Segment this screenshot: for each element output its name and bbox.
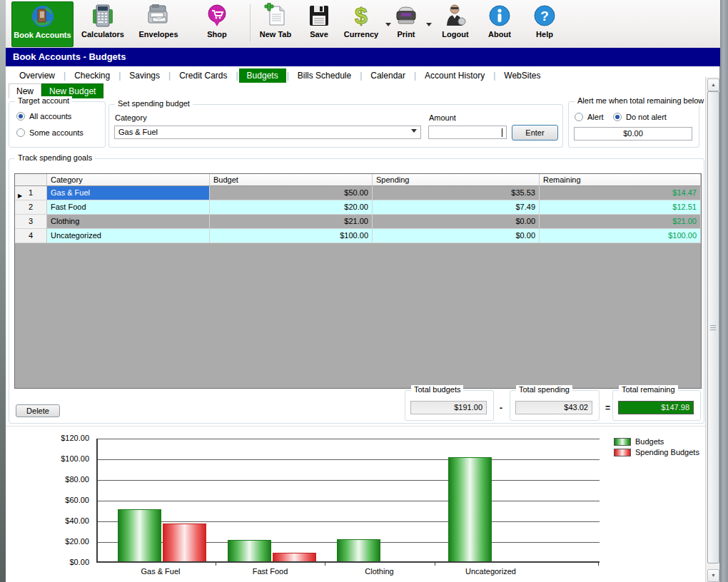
radio-label: Alert: [587, 113, 604, 121]
legend-label: Budgets: [635, 437, 664, 446]
target-account-group: Target account All accountsSome accounts: [9, 101, 106, 148]
logout-icon: [443, 3, 468, 29]
row-header-1[interactable]: 1▶: [15, 186, 47, 200]
vertical-scrollbar[interactable]: ▲ ▼: [705, 77, 719, 582]
toolbar-save-button[interactable]: Save: [300, 1, 338, 46]
cell-budget-gas-fuel[interactable]: $50.00: [210, 186, 373, 200]
tab-checking[interactable]: Checking: [66, 68, 118, 83]
radio-all-accounts[interactable]: All accounts: [16, 112, 71, 121]
legend-entry-budgets: Budgets: [614, 437, 664, 446]
toolbar-print-button[interactable]: Print: [388, 1, 424, 46]
radio-button-icon[interactable]: [575, 113, 583, 121]
budget-grid: CategoryBudgetSpendingRemaining1▶Gas & F…: [14, 173, 702, 389]
main-toolbar: Book AccountsCalculatorsEnvelopesShopNew…: [6, 0, 720, 48]
toolbar-new-tab-button[interactable]: New Tab: [253, 1, 298, 46]
toolbar-about-button[interactable]: About: [479, 1, 520, 46]
gridline: [98, 521, 600, 522]
y-axis-tick-label: $120.00: [39, 434, 89, 442]
toolbar-envelopes-label: Envelopes: [129, 30, 188, 39]
toolbar-help-button[interactable]: ?Help: [525, 1, 565, 46]
cell-category-gas-fuel[interactable]: Gas & Fuel: [47, 186, 210, 200]
about-icon: [487, 3, 512, 29]
cell-spending-clothing[interactable]: $0.00: [373, 215, 540, 229]
alert-threshold-field[interactable]: $0.00: [574, 127, 692, 141]
delete-button[interactable]: Delete: [16, 404, 60, 417]
radio-button-icon[interactable]: [613, 113, 622, 121]
cell-category-clothing[interactable]: Clothing: [47, 215, 210, 229]
tab-calendar[interactable]: Calendar: [363, 68, 413, 83]
column-header-budget[interactable]: Budget: [210, 174, 373, 186]
toolbar-book-accounts-button[interactable]: Book Accounts: [11, 1, 74, 47]
cell-budget-clothing[interactable]: $21.00: [210, 215, 373, 229]
row-header-2[interactable]: 2: [15, 200, 47, 215]
radio-alert[interactable]: Alert: [575, 113, 604, 121]
total-budgets-label: Total budgets: [411, 385, 463, 394]
amount-input[interactable]: [428, 126, 507, 139]
alert-group: Alert me when total remaining below Aler…: [568, 101, 699, 148]
cell-budget-uncategorized[interactable]: $100.00: [210, 229, 373, 243]
toolbar-envelopes-button[interactable]: Envelopes: [129, 1, 188, 46]
category-combobox[interactable]: Gas & Fuel: [114, 126, 421, 139]
radio-some-accounts[interactable]: Some accounts: [16, 128, 84, 137]
enter-button[interactable]: Enter: [512, 125, 558, 141]
cell-category-fast-food[interactable]: Fast Food: [47, 200, 210, 215]
legend-swatch-icon: [614, 438, 631, 446]
toolbar-logout-button[interactable]: Logout: [435, 1, 476, 46]
toolbar-calculators-button[interactable]: Calculators: [75, 1, 131, 46]
scroll-up-arrow-icon[interactable]: ▲: [707, 78, 719, 91]
cell-remaining-gas-fuel[interactable]: $14.47: [540, 186, 701, 200]
toolbar-print-label: Print: [388, 30, 424, 39]
tab-bills-schedule[interactable]: Bills Schedule: [290, 68, 359, 83]
book-accounts-icon: [30, 4, 56, 29]
x-axis-label-gas-fuel: Gas & Fuel: [107, 567, 214, 576]
column-header-remaining[interactable]: Remaining: [540, 174, 701, 186]
cell-spending-fast-food[interactable]: $7.49: [373, 200, 540, 215]
tab-overview[interactable]: Overview: [11, 68, 63, 83]
cell-spending-uncategorized[interactable]: $0.00: [373, 229, 540, 243]
toolbar-about-label: About: [479, 30, 520, 39]
category-label: Category: [115, 113, 147, 122]
svg-text:$: $: [355, 3, 368, 29]
toolbar-currency-button[interactable]: $Currency: [339, 1, 383, 46]
tab-account-history[interactable]: Account History: [417, 68, 492, 83]
column-header-category[interactable]: Category: [47, 174, 210, 186]
toolbar-calculators-label: Calculators: [75, 30, 131, 39]
cell-remaining-uncategorized[interactable]: $100.00: [540, 229, 701, 243]
tab-savings[interactable]: Savings: [121, 68, 168, 83]
total-remaining-label: Total remaining: [619, 385, 678, 394]
window-right-border: [719, 0, 728, 582]
radio-button-icon[interactable]: [16, 128, 25, 137]
toolbar-shop-button[interactable]: Shop: [190, 1, 244, 46]
scrollbar-thumb[interactable]: [707, 91, 719, 563]
y-axis-tick-label: $100.00: [39, 454, 89, 463]
radio-do-not-alert[interactable]: Do not alert: [613, 113, 667, 121]
window-title-bar: Book Accounts - Budgets: [6, 48, 720, 66]
total-remaining-value: $147.98: [661, 403, 689, 412]
x-axis-tick: [598, 563, 599, 566]
column-header-spending[interactable]: Spending: [373, 174, 540, 186]
budget-chart: $0.00$20.00$40.00$60.00$80.00$100.00$120…: [6, 426, 705, 582]
cell-category-uncategorized[interactable]: Uncategorized: [47, 229, 210, 243]
tab-websites[interactable]: WebSites: [496, 68, 548, 83]
cell-remaining-fast-food[interactable]: $12.51: [540, 200, 701, 215]
y-axis-tick-label: $80.00: [39, 475, 89, 484]
print-dropdown-arrow-icon[interactable]: [426, 23, 432, 26]
tab-credit-cards[interactable]: Credit Cards: [171, 68, 235, 83]
current-row-arrow-icon: ▶: [18, 189, 22, 200]
cell-spending-gas-fuel[interactable]: $35.53: [373, 186, 540, 200]
cell-remaining-clothing[interactable]: $21.00: [540, 215, 701, 229]
scroll-down-arrow-icon[interactable]: ▼: [707, 569, 719, 582]
track-spending-goals-label: Track spending goals: [15, 153, 95, 162]
row-header-4[interactable]: 4: [15, 229, 47, 243]
y-axis-tick-label: $60.00: [39, 496, 89, 504]
total-remaining-field: $147.98: [618, 401, 694, 414]
cell-budget-fast-food[interactable]: $20.00: [210, 200, 373, 215]
y-axis-tick-label: $0.00: [39, 558, 89, 566]
row-header-3[interactable]: 3: [15, 215, 47, 229]
budget-bar-gas-fuel: [118, 509, 161, 562]
radio-label: Do not alert: [626, 113, 667, 121]
budget-grid-rows: CategoryBudgetSpendingRemaining1▶Gas & F…: [15, 174, 701, 243]
radio-button-icon[interactable]: [16, 112, 25, 121]
tab-budgets[interactable]: Budgets: [239, 68, 286, 83]
toolbar-separator: [250, 4, 251, 41]
